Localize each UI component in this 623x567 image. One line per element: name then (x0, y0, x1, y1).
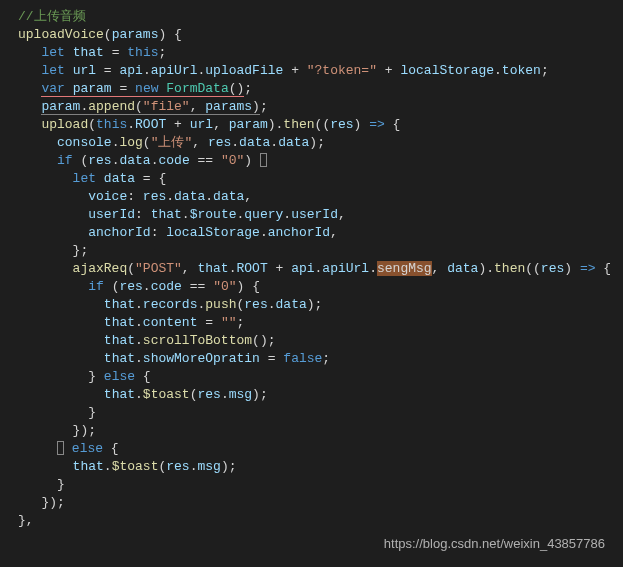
code-line[interactable]: userId: that.$route.query.userId, (0, 206, 623, 224)
code-editor[interactable]: //上传音频 uploadVoice(params) { let that = … (0, 8, 623, 530)
code-line[interactable]: else { (0, 440, 623, 458)
code-line[interactable]: } (0, 476, 623, 494)
underline-var-param: var param = new FormData() (41, 81, 244, 97)
underline-append: param.append("file", params) (41, 99, 260, 115)
code-line[interactable]: that.scrollToBottom(); (0, 332, 623, 350)
code-line[interactable]: if (res.data.code == "0") (0, 152, 623, 170)
code-line[interactable]: console.log("上传", res.data.data); (0, 134, 623, 152)
comment-text: //上传音频 (18, 9, 86, 24)
code-line[interactable]: if (res.code == "0") { (0, 278, 623, 296)
code-line[interactable]: let url = api.apiUrl.uploadFile + "?toke… (0, 62, 623, 80)
code-line[interactable]: ajaxReq("POST", that.ROOT + api.apiUrl.s… (0, 260, 623, 278)
cursor-box (57, 441, 64, 455)
cursor-box (260, 153, 267, 167)
code-line[interactable]: } (0, 404, 623, 422)
highlight-sengmsg: sengMsg (377, 261, 432, 276)
code-line[interactable]: //上传音频 (0, 8, 623, 26)
code-line[interactable]: uploadVoice(params) { (0, 26, 623, 44)
code-line[interactable]: }; (0, 242, 623, 260)
code-line[interactable]: that.content = ""; (0, 314, 623, 332)
code-line[interactable]: upload(this.ROOT + url, param).then((res… (0, 116, 623, 134)
code-line[interactable]: }, (0, 512, 623, 530)
code-line[interactable]: voice: res.data.data, (0, 188, 623, 206)
code-line[interactable]: }); (0, 494, 623, 512)
code-line[interactable]: that.$toast(res.msg); (0, 458, 623, 476)
code-line[interactable]: anchorId: localStorage.anchorId, (0, 224, 623, 242)
code-line[interactable]: let that = this; (0, 44, 623, 62)
code-line[interactable]: }); (0, 422, 623, 440)
code-line[interactable]: that.$toast(res.msg); (0, 386, 623, 404)
code-line[interactable]: that.records.push(res.data); (0, 296, 623, 314)
code-line[interactable]: let data = { (0, 170, 623, 188)
code-line[interactable]: var param = new FormData(); (0, 80, 623, 98)
code-line[interactable]: param.append("file", params); (0, 98, 623, 116)
watermark-text: https://blog.csdn.net/weixin_43857786 (384, 535, 605, 553)
code-line[interactable]: that.showMoreOpratin = false; (0, 350, 623, 368)
code-line[interactable]: } else { (0, 368, 623, 386)
